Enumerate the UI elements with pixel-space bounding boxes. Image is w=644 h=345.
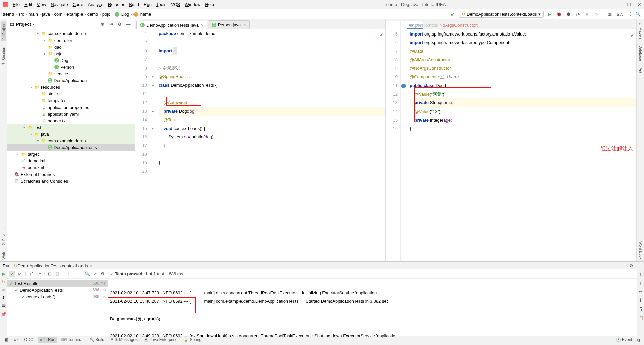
debug-button[interactable]: 🐞 bbox=[556, 11, 562, 18]
test-class-node[interactable]: DemoApplicationTests bbox=[20, 288, 63, 293]
tree-props[interactable]: application.properties bbox=[48, 105, 89, 110]
test-results-node[interactable]: Test Results bbox=[14, 281, 38, 286]
stop-button[interactable]: ■ bbox=[584, 11, 591, 18]
tool-database-tab[interactable]: Database bbox=[638, 43, 643, 63]
tree-testpkg[interactable]: com.example.demo bbox=[48, 138, 86, 143]
tree-app[interactable]: DemoApplication bbox=[54, 78, 87, 83]
sort2-button[interactable]: ↓ᴬ bbox=[36, 271, 42, 277]
tree-pkg[interactable]: com.example.demo bbox=[48, 31, 86, 36]
tree-scratch[interactable]: Scratches and Consoles bbox=[21, 179, 68, 184]
crumb-name[interactable]: name bbox=[140, 12, 151, 17]
tool-terminal-tab[interactable]: ⌨Terminal bbox=[60, 337, 85, 343]
minimize-icon[interactable]: — bbox=[616, 2, 621, 7]
stop-button[interactable]: ■ bbox=[1, 287, 7, 293]
tool-web-tab[interactable]: Web bbox=[1, 250, 6, 261]
tree-tests[interactable]: DemoApplicationTests bbox=[54, 145, 97, 150]
menu-help[interactable]: Help bbox=[203, 1, 216, 8]
crumb-dog[interactable]: Dog bbox=[121, 12, 129, 17]
update-button[interactable]: ⟳ bbox=[593, 11, 600, 18]
close-tab-icon[interactable]: × bbox=[243, 22, 246, 27]
settings-icon[interactable]: ⚙ bbox=[116, 21, 123, 28]
tool-todo-tab[interactable]: ≡6: TODO bbox=[13, 337, 35, 343]
tree-pojo[interactable]: pojo bbox=[54, 51, 63, 56]
menu-refactor[interactable]: Refactor bbox=[106, 1, 126, 8]
tab-person[interactable]: CPerson.java× bbox=[208, 20, 250, 29]
tree-controller[interactable]: controller bbox=[54, 38, 72, 43]
coverage-button[interactable]: ⬢ bbox=[565, 11, 572, 18]
dump-button[interactable]: ⇣ bbox=[1, 295, 7, 301]
tool-build-tab[interactable]: 🔨Build bbox=[88, 337, 106, 343]
menu-edit[interactable]: Edit bbox=[22, 1, 34, 8]
close-run-tab-icon[interactable]: × bbox=[90, 263, 93, 268]
menu-code[interactable]: Code bbox=[71, 1, 85, 8]
rerun-button[interactable]: ▶ bbox=[1, 271, 7, 277]
print-button[interactable]: 🖨 bbox=[637, 305, 644, 312]
tree-dog[interactable]: Dog bbox=[60, 58, 68, 63]
expand-button[interactable]: ⛶ bbox=[625, 11, 632, 18]
crumb-java[interactable]: java bbox=[42, 12, 50, 17]
scroll-button[interactable]: ⤓ bbox=[637, 297, 644, 303]
code-editor-right[interactable]: ✔ 5678910111213141516 ⬤ import lombok.No… bbox=[386, 21, 636, 261]
tool-run-tab[interactable]: ▶4: Run bbox=[38, 337, 57, 343]
wrap-button[interactable]: ↩ bbox=[637, 288, 644, 295]
pin-button[interactable]: 📌 bbox=[1, 311, 7, 317]
prev-button[interactable]: ↑ bbox=[65, 271, 71, 277]
tool-project-tab[interactable]: 1: Project bbox=[1, 21, 6, 41]
tree-service[interactable]: service bbox=[54, 71, 68, 76]
close-tab-icon[interactable]: × bbox=[201, 23, 204, 28]
crumb-com[interactable]: com bbox=[54, 12, 62, 17]
menu-view[interactable]: View bbox=[35, 1, 48, 8]
console-output[interactable]: 2021-02-02 10:13:47.723 INFO 8692 --- [ … bbox=[108, 279, 637, 345]
tree-resources[interactable]: resources bbox=[41, 85, 60, 90]
search-button[interactable]: 🔍 bbox=[635, 11, 641, 18]
run-button[interactable]: ▶ bbox=[546, 11, 553, 18]
rerun-failed-button[interactable]: ↻ bbox=[1, 279, 7, 285]
tool-structure-tab[interactable]: 7: Structure bbox=[1, 44, 6, 67]
tree-static[interactable]: static bbox=[48, 91, 58, 96]
crumb-example[interactable]: example bbox=[66, 12, 83, 17]
close-icon[interactable]: ✕ bbox=[637, 2, 641, 7]
show-ignored-button[interactable]: ⊘ bbox=[17, 271, 23, 277]
toolwindow-button[interactable]: ▣ bbox=[3, 336, 9, 343]
project-title[interactable]: Project bbox=[16, 22, 31, 27]
code-editor-left[interactable]: ✔ 1237891011121314151617181920 ▸▸ ▸▸ pac… bbox=[135, 29, 385, 261]
tree-person[interactable]: Person bbox=[60, 65, 74, 70]
tree-dao[interactable]: dao bbox=[54, 45, 62, 50]
tree-test[interactable]: test bbox=[34, 125, 41, 130]
crumb-demo[interactable]: demo bbox=[87, 12, 98, 17]
project-tree[interactable]: ▾📁com.example.demo ›📁controller 📁dao ▾📁p… bbox=[7, 29, 135, 261]
sort-button[interactable]: ↓² bbox=[28, 271, 34, 277]
maximize-icon[interactable]: ❐ bbox=[627, 2, 631, 7]
tree-target[interactable]: target bbox=[28, 152, 39, 157]
run-settings-icon[interactable]: ⚙ bbox=[628, 262, 635, 269]
tab-demoapptests[interactable]: CDemoApplicationTests.java× bbox=[136, 21, 207, 29]
menu-run[interactable]: Run bbox=[142, 1, 154, 8]
tree-extlib[interactable]: External Libraries bbox=[21, 172, 55, 177]
show-passed-button[interactable]: ✔ bbox=[9, 271, 15, 277]
menu-navigate[interactable]: Navigate bbox=[49, 1, 70, 8]
tree-banner[interactable]: banner.txt bbox=[48, 118, 67, 123]
crumb-main[interactable]: main bbox=[29, 12, 38, 17]
menu-file[interactable]: File bbox=[11, 1, 22, 8]
tool-maven-tab[interactable]: m Maven bbox=[638, 21, 643, 41]
up-button[interactable]: ↑ bbox=[637, 271, 644, 277]
clear-button[interactable]: 📋 bbox=[637, 314, 644, 321]
crumb-project[interactable]: demo bbox=[3, 12, 14, 17]
layout-button[interactable]: ▤ bbox=[1, 303, 7, 309]
project-combo-icon[interactable]: ▤ bbox=[10, 22, 14, 27]
test-tree[interactable]: ✔Test Results686 ms ✔DemoApplicationTest… bbox=[7, 279, 108, 345]
crumb-pojo[interactable]: pojo bbox=[102, 12, 111, 17]
menu-vcs[interactable]: VCS bbox=[169, 1, 182, 8]
export-button[interactable]: ↗ bbox=[92, 271, 98, 277]
hide-icon[interactable]: — bbox=[125, 21, 132, 28]
tree-testjava[interactable]: java bbox=[41, 132, 49, 137]
profile-button[interactable]: ◔ bbox=[575, 11, 581, 18]
menu-build[interactable]: Build bbox=[127, 1, 141, 8]
back-icon[interactable]: ↙ bbox=[449, 11, 456, 18]
menu-window[interactable]: Window bbox=[183, 1, 202, 8]
menu-analyze[interactable]: Analyze bbox=[86, 1, 105, 8]
down-button[interactable]: ↓ bbox=[637, 279, 644, 286]
tree-templates[interactable]: templates bbox=[48, 98, 66, 103]
crumb-src[interactable]: src bbox=[18, 12, 24, 17]
collapse-icon[interactable]: ⇥ bbox=[108, 21, 114, 28]
